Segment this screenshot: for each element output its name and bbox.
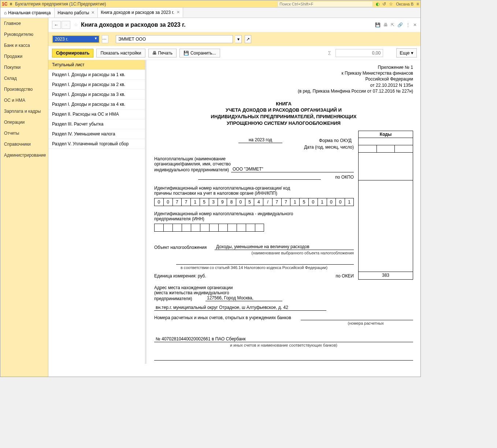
section-item[interactable]: Раздел III. Расчет убытка <box>48 119 145 129</box>
inn-kpp-cell: 0 <box>163 198 173 206</box>
favorite-star-icon[interactable]: ☆ <box>74 22 78 27</box>
inn-kpp-cell: 5 <box>299 198 308 206</box>
more-vert-icon[interactable]: ⋮ <box>406 22 410 27</box>
accounts-label: Номера расчетных и иных счетов, открытых… <box>154 315 301 320</box>
sidemenu-item[interactable]: Продажи <box>0 51 48 62</box>
print-icon[interactable]: 🖶 <box>383 22 388 27</box>
section-item[interactable]: Раздел IV. Уменьшение налога <box>48 129 145 139</box>
inn-kpp-cell: 1 <box>290 198 299 206</box>
sidemenu-item[interactable]: Отчеты <box>0 128 48 139</box>
export-icon[interactable]: ⇱ <box>391 22 394 27</box>
current-user[interactable]: Оксана В <box>396 2 413 6</box>
doc-title: КНИГА УЧЕТА ДОХОДОВ И РАСХОДОВ ОРГАНИЗАЦ… <box>154 101 413 126</box>
page-title: Книга доходов и расходов за 2023 г. <box>81 22 186 28</box>
sidemenu-item[interactable]: Администрирование <box>0 150 48 161</box>
save-icon[interactable]: 💾 <box>375 22 381 27</box>
generate-button[interactable]: Сформировать <box>52 49 93 57</box>
inn-kpp-cell: 8 <box>227 198 236 206</box>
inn-kpp-label: Идентификационный номер налогоплательщик… <box>154 186 354 191</box>
form-okud-label: Форма по ОКУД <box>282 138 354 143</box>
sidemenu-item[interactable]: Производство <box>0 84 48 95</box>
save-button[interactable]: 💾Сохранить... <box>179 49 220 57</box>
inn-kpp-cell: 7 <box>272 198 281 206</box>
period-picker-button[interactable]: … <box>102 35 108 43</box>
sidemenu-item[interactable]: Главное <box>0 18 48 29</box>
close-icon[interactable]: ✕ <box>91 10 94 15</box>
codes-box: Коды 383 <box>358 131 413 280</box>
inn-ip-cell <box>255 224 264 232</box>
sidemenu-item[interactable]: Склад <box>0 73 48 84</box>
address-label: (места жительства индивидуального <box>154 290 413 295</box>
section-item[interactable]: Раздел V. Уплаченный торговый сбор <box>48 139 145 149</box>
inn-ip-cell <box>209 224 218 232</box>
address-label: Адрес места нахождения организации <box>154 285 413 290</box>
tab-report-active[interactable]: Книга доходов и расходов за 2023 г. ✕ <box>98 8 183 18</box>
nav-forward-button[interactable]: → <box>62 21 70 29</box>
titlebar: 1C ≡ Бухгалтерия предприятия (1С:Предпри… <box>0 0 420 8</box>
codes-row-okei: 383 <box>359 272 413 279</box>
sidemenu-item[interactable]: Руководителю <box>0 29 48 40</box>
sidemenu-item[interactable]: Банк и касса <box>0 40 48 51</box>
tax-object-note: (наименование выбранного объекта налогоо… <box>154 251 354 255</box>
link-icon[interactable]: 🔗 <box>397 22 403 27</box>
sidemenu-item[interactable]: Зарплата и кадры <box>0 106 48 117</box>
window-menu-icon[interactable]: ≡ <box>416 1 419 7</box>
inn-kpp-cell: 0 <box>154 198 163 206</box>
report-toolbar: Сформировать Показать настройки 🖶Печать … <box>48 46 420 60</box>
show-settings-button[interactable]: Показать настройки <box>96 49 145 57</box>
section-item[interactable]: Титульный лист <box>48 60 145 70</box>
history-icon[interactable]: ↺ <box>382 1 386 7</box>
print-button[interactable]: 🖶Печать <box>148 49 177 57</box>
tax-object-value: Доходы, уменьшенные на величину расходов <box>215 244 354 250</box>
notification-icon[interactable]: ◐ <box>376 1 379 7</box>
section-item[interactable]: Раздел I. Доходы и расходы за 3 кв. <box>48 90 145 100</box>
sidemenu-item[interactable]: Операции <box>0 117 48 128</box>
tab-getting-started[interactable]: Начало работы ✕ <box>55 8 98 18</box>
inn-kpp-cell: 7 <box>281 198 290 206</box>
inn-kpp-cell: 7 <box>181 198 190 206</box>
codes-row-okud <box>359 138 413 145</box>
tax-object-note: в соответствии со статьей 346.14 Налогов… <box>154 265 354 270</box>
menu-icon[interactable]: ≡ <box>10 1 12 7</box>
more-button[interactable]: Еще ▾ <box>396 48 417 57</box>
tab-label: Начало работы <box>58 10 89 15</box>
section-item[interactable]: Раздел I. Доходы и расходы за 4 кв. <box>48 100 145 109</box>
inn-ip-cells <box>154 224 354 232</box>
sidemenu-item[interactable]: Справочники <box>0 139 48 150</box>
close-icon[interactable]: ✕ <box>177 10 180 15</box>
sum-field[interactable]: 0,00 <box>335 49 383 57</box>
period-select[interactable]: 2023 г. <box>52 35 100 43</box>
tax-object-label: Объект налогообложения <box>154 245 215 250</box>
sections-list: Титульный лист Раздел I. Доходы и расход… <box>48 60 145 364</box>
inn-ip-cell <box>163 224 173 232</box>
codes-row-blank <box>359 180 413 272</box>
page-header: ← → ☆ Книга доходов и расходов за 2023 г… <box>48 18 420 32</box>
taxpayer-value: ООО "ЭММЕТ" <box>231 167 354 172</box>
sidemenu-item[interactable]: ОС и НМА <box>0 95 48 106</box>
params-bar: 2023 г. … ЭММЕТ ООО ▾ ↗ <box>48 32 420 46</box>
organization-input[interactable]: ЭММЕТ ООО <box>116 35 233 43</box>
global-search-input[interactable] <box>278 1 373 7</box>
accounts-value: № 40702810440020002661 в ПАО Сбербанк <box>154 336 413 342</box>
org-open-button[interactable]: ↗ <box>245 35 251 43</box>
inn-ip-cell <box>154 224 163 232</box>
inn-ip-cell <box>173 224 182 232</box>
close-page-icon[interactable]: ✕ <box>413 22 417 27</box>
document-area[interactable]: Приложение № 1 к Приказу Министерства фи… <box>145 60 420 364</box>
address-value: вн.тер.г. муниципальный округ Отрадное, … <box>154 305 326 311</box>
sidemenu-item[interactable]: Покупки <box>0 62 48 73</box>
inn-kpp-cell: 0 <box>236 198 245 206</box>
okpo-label: по ОКПО <box>321 175 354 180</box>
tab-home[interactable]: ⌂ Начальная страница <box>0 8 55 18</box>
org-dropdown-button[interactable]: ▾ <box>235 35 242 43</box>
nav-back-button[interactable]: ← <box>52 21 61 29</box>
inn-kpp-cell: 0 <box>327 198 336 206</box>
inn-ip-label: предпринимателя (ИНН) <box>154 216 354 221</box>
inn-kpp-cell: 1 <box>345 198 354 206</box>
favorite-icon[interactable]: ☆ <box>389 1 393 7</box>
section-item[interactable]: Раздел I. Доходы и расходы за 2 кв. <box>48 80 145 90</box>
inn-kpp-cell: 3 <box>209 198 218 206</box>
section-item[interactable]: Раздел I. Доходы и расходы за 1 кв. <box>48 70 145 80</box>
section-item[interactable]: Раздел II. Расходы на ОС и НМА <box>48 109 145 119</box>
accounts-note: и иных счетов и наименование соответству… <box>154 343 413 347</box>
